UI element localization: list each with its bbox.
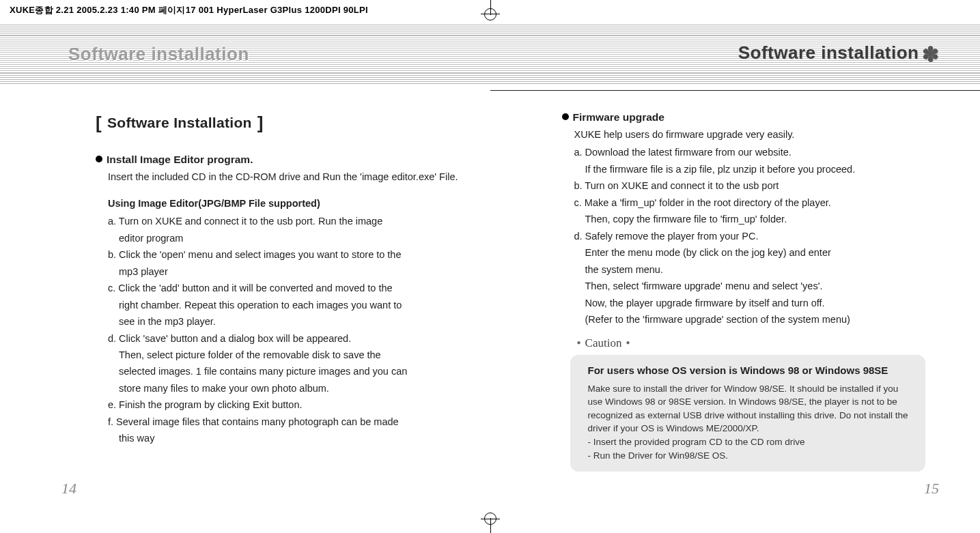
left-page: [ Software Installation ] Install Image … xyxy=(0,109,501,506)
section-title-text: Software Installation xyxy=(107,112,252,134)
page-body: [ Software Installation ] Install Image … xyxy=(0,109,980,506)
left-step-c-cont2: see in the mp3 player. xyxy=(96,314,460,329)
page-number-right: 15 xyxy=(924,480,939,498)
header-title-right-text: Software installation xyxy=(738,42,919,63)
left-step-a: a. Turn on XUKE and connect it to the us… xyxy=(96,214,460,229)
left-step-f: f. Several image files that contains man… xyxy=(96,414,460,429)
right-step-a-cont: If the firmware file is a zip file, plz … xyxy=(562,162,926,177)
left-step-d-cont2: selected images. 1 file contains many pi… xyxy=(96,364,460,379)
title-bar: Software installation Software installat… xyxy=(0,35,980,73)
header-underline xyxy=(490,90,981,91)
left-step-c-cont1: right chamber. Repeat this operation to … xyxy=(96,298,460,313)
left-step-a-cont: editor program xyxy=(96,231,460,246)
left-step-f-cont: this way xyxy=(96,431,460,446)
asterisk-icon: ✽ xyxy=(922,43,940,66)
bullet-dot-icon: ● xyxy=(626,338,630,346)
left-step-b-cont: mp3 player xyxy=(96,264,460,279)
right-step-d-cont3: Then, select 'firmware upgrade' menu and… xyxy=(562,278,926,293)
left-step-d-cont1: Then, select picture folder of the remov… xyxy=(96,347,460,362)
right-step-d: d. Safely remove the player from your PC… xyxy=(562,229,926,244)
left-step-b: b. Click the 'open' menu and select imag… xyxy=(96,247,460,262)
right-step-c-cont: Then, copy the firmware file to 'firm_up… xyxy=(562,212,926,227)
right-step-d-cont1: Enter the menu mode (by click on the jog… xyxy=(562,245,926,260)
left-step-d: d. Click 'save' button and a dialog box … xyxy=(96,331,460,346)
page-number-left: 14 xyxy=(61,480,76,498)
firmware-intro: XUKE help users do firmware upgrade very… xyxy=(562,127,926,142)
left-step-d-cont3: store many files to make your own photo … xyxy=(96,381,460,396)
right-step-d-cont2: the system menu. xyxy=(562,262,926,277)
bracket-open-icon: [ xyxy=(96,109,102,136)
caution-body: Make sure to install the driver for Wind… xyxy=(588,382,913,435)
header-title-right: Software installation✽ xyxy=(738,42,939,66)
left-step-e: e. Finish the program by clicking Exit b… xyxy=(96,397,460,412)
using-editor-heading: Using Image Editor(JPG/BMP File supporte… xyxy=(96,196,460,211)
firmware-heading: Firmware upgrade xyxy=(562,109,926,126)
right-step-a: a. Download the latest firmware from our… xyxy=(562,145,926,160)
right-step-b: b. Turn on XUKE and connect it to the us… xyxy=(562,178,926,193)
crop-circle-top xyxy=(484,8,496,20)
caution-title: For users whose OS version is Windows 98… xyxy=(588,363,913,378)
install-heading: Install Image Editor program. xyxy=(96,152,460,168)
header-stripes-bottom xyxy=(0,73,980,84)
header-title-left: Software installation xyxy=(68,44,249,65)
caution-box: For users whose OS version is Windows 98… xyxy=(570,355,925,472)
caution-line-1: - Insert the provided program CD to the … xyxy=(588,435,913,449)
caution-label: ●Caution● xyxy=(562,334,926,352)
right-step-c: c. Make a 'firm_up' folder in the root d… xyxy=(562,195,926,210)
right-step-d-cont4: Now, the player upgrade firmware by itse… xyxy=(562,296,926,311)
bullet-dot-icon: ● xyxy=(577,338,581,346)
print-imprint: XUKE종합 2.21 2005.2.23 1:40 PM 페이지17 001 … xyxy=(10,4,368,16)
caution-label-text: Caution xyxy=(585,336,622,349)
crop-cross-bottom xyxy=(481,519,500,519)
install-body-1: Insert the included CD in the CD-ROM dri… xyxy=(96,169,460,184)
right-step-d-cont5: (Refer to the 'firmware upgrade' section… xyxy=(562,312,926,327)
caution-line-2: - Run the Driver for Win98/SE OS. xyxy=(588,449,913,463)
bracket-close-icon: ] xyxy=(257,109,264,136)
section-title: [ Software Installation ] xyxy=(96,109,460,136)
left-step-c: c. Click the 'add' button and it will be… xyxy=(96,280,460,296)
header-stripes-top xyxy=(0,25,980,35)
header: Software installation Software installat… xyxy=(0,25,980,84)
crop-cross-top xyxy=(481,14,500,14)
right-page: Firmware upgrade XUKE help users do firm… xyxy=(501,109,981,506)
